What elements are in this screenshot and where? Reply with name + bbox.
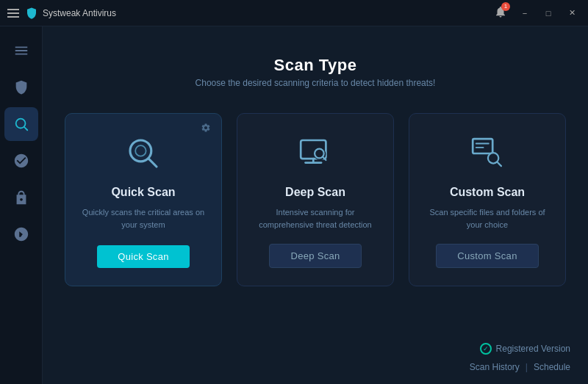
notification-icon[interactable]: 1 — [494, 5, 507, 21]
svg-line-1 — [24, 127, 27, 130]
quick-scan-button[interactable]: Quick Scan — [97, 245, 189, 268]
minimize-button[interactable]: − — [514, 4, 535, 22]
footer-divider: | — [526, 362, 528, 372]
page-title: Scan Type — [65, 56, 566, 75]
quick-scan-card: Quick Scan Quickly scans the critical ar… — [65, 113, 222, 286]
deep-scan-card: Deep Scan Intensive scanning for compreh… — [237, 113, 394, 286]
quick-scan-icon — [121, 131, 165, 175]
scan-cards-container: Quick Scan Quickly scans the critical ar… — [65, 113, 566, 286]
page-heading: Scan Type Choose the desired scanning cr… — [65, 56, 566, 88]
settings-icon[interactable] — [201, 123, 211, 135]
app-title: Systweak Antivirus — [43, 8, 116, 18]
app-logo: Systweak Antivirus — [25, 7, 116, 20]
scan-history-link[interactable]: Scan History — [470, 362, 520, 372]
sidebar — [0, 26, 43, 384]
custom-scan-icon — [465, 131, 509, 175]
svg-point-4 — [135, 145, 146, 156]
custom-scan-title: Custom Scan — [450, 186, 525, 199]
deep-scan-title: Deep Scan — [285, 186, 345, 199]
custom-scan-description: Scan specific files and folders of your … — [424, 206, 551, 231]
sidebar-item-boost[interactable] — [4, 217, 38, 251]
page-subtitle: Choose the desired scanning criteria to … — [65, 78, 566, 88]
window-controls: 1 − □ ✕ — [494, 4, 582, 22]
custom-scan-button[interactable]: Custom Scan — [436, 244, 538, 268]
title-bar-left: Systweak Antivirus — [7, 7, 116, 20]
sidebar-item-menu[interactable] — [4, 34, 38, 68]
sidebar-item-lock[interactable] — [4, 181, 38, 214]
main-layout: Scan Type Choose the desired scanning cr… — [0, 26, 588, 384]
deep-scan-button[interactable]: Deep Scan — [269, 244, 361, 268]
quick-scan-description: Quickly scans the critical areas on your… — [80, 206, 207, 232]
registered-badge: ✓ Registered Version — [480, 343, 570, 355]
svg-line-3 — [148, 159, 157, 167]
svg-rect-11 — [473, 139, 492, 153]
maximize-button[interactable]: □ — [538, 4, 559, 22]
schedule-link[interactable]: Schedule — [534, 362, 570, 372]
deep-scan-description: Intensive scanning for comprehensive thr… — [252, 206, 379, 231]
menu-icon[interactable] — [7, 9, 19, 18]
sidebar-item-scan[interactable] — [4, 107, 38, 141]
notification-badge: 1 — [501, 2, 510, 11]
logo-shield-icon — [25, 7, 38, 20]
title-bar: Systweak Antivirus 1 − □ ✕ — [0, 0, 588, 26]
custom-scan-card: Custom Scan Scan specific files and fold… — [409, 113, 566, 286]
deep-scan-icon — [293, 131, 337, 175]
registered-label: Registered Version — [496, 344, 570, 354]
content-area: Scan Type Choose the desired scanning cr… — [43, 26, 588, 384]
close-button[interactable]: ✕ — [562, 4, 582, 22]
footer-links: Scan History | Schedule — [470, 362, 570, 372]
sidebar-item-check[interactable] — [4, 144, 38, 178]
sidebar-item-protection[interactable] — [4, 70, 38, 104]
registered-check-icon: ✓ — [480, 343, 492, 355]
quick-scan-title: Quick Scan — [111, 186, 175, 199]
